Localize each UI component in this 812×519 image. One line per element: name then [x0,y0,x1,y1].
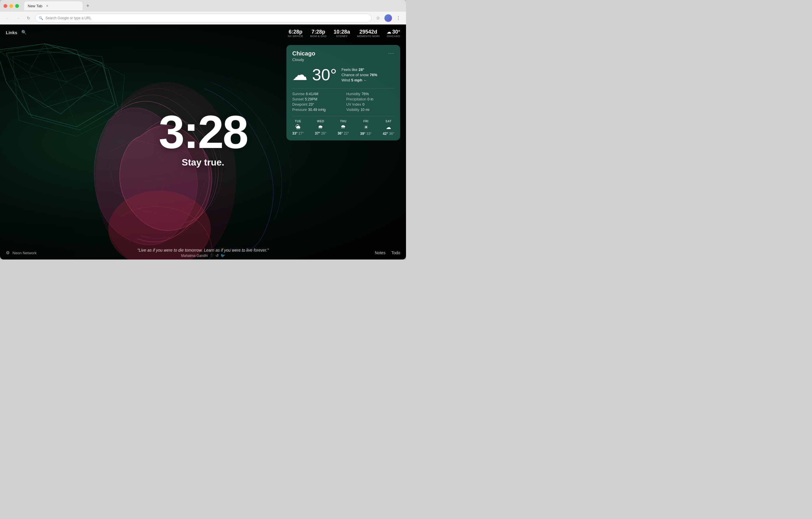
uv-item: UV Index 0 [346,103,394,107]
forecast-thu-lo: 22° [344,131,349,135]
forecast-tue-label: TUE [295,120,301,123]
sunrise-label: Sunrise [292,92,304,96]
profile-avatar[interactable] [384,14,392,22]
forecast-wed-label: WED [317,120,324,123]
weather-temperature: 30° [312,66,337,83]
clock-chicago-time: ☁ 30° [387,29,400,34]
clock-ny-label: NY OFFICE [288,35,303,38]
visibility-label: Visibility [346,108,359,112]
tab-bar: New Tab ✕ + [24,1,212,10]
forecast-wed-temps: 37° 26° [315,131,327,135]
weather-main: ☁ 30° Feels like 28° Chance of snow 76% … [292,66,394,83]
source-label: Neon Network [12,251,36,255]
minimize-button[interactable] [9,4,13,8]
forecast-wed-icon: 🌧 [318,124,323,130]
forecast-tue-lo: 27° [299,131,304,135]
address-input[interactable]: 🔍 Search Google or type a URL [35,14,372,23]
back-button[interactable]: ← [3,14,12,22]
clock-ny-office: 6:28p NY OFFICE [288,29,303,38]
clock-sydney: 10:28a SYDNEY [334,29,350,38]
forecast-thu-label: THU [340,120,347,123]
wind-value: 5 mph ← [351,78,367,82]
pressure-label: Pressure [292,108,307,112]
forecast-sat-icon: ☁ [386,124,391,131]
weather-condition: Cloudy [292,57,315,62]
forecast-fri-label: FRI [364,120,369,123]
main-time-display: 3:28 [159,111,247,153]
weather-divider-1 [292,88,394,88]
bottom-right: Notes Todo [375,250,400,255]
forecast-fri-temps: 39° 33° [360,132,372,136]
bottom-left: ⚙ Neon Network [6,250,36,255]
weather-city-info: Chicago Cloudy [292,50,315,62]
search-button[interactable]: 🔍 [21,30,27,35]
pressure-value: 30.49 inHg [308,108,325,112]
links-nav: Links 🔍 [6,30,27,35]
forward-button[interactable]: → [14,14,22,22]
tab-newtab[interactable]: New Tab ✕ [24,1,83,10]
weather-menu-button[interactable]: ··· [388,50,394,56]
main-tagline: Stay true. [159,157,247,168]
links-button[interactable]: Links [6,30,17,35]
precipitation-item: Precipitation 0 in [346,97,394,101]
quote-author-row: Mahatma Gandhi ♡ ↺ 🐦 [137,253,269,258]
clock-memento-mori: 29542d MEMENTO MORI [357,29,380,38]
dewpoint-item: Dewpoint 23° [292,103,340,107]
new-tab-button[interactable]: + [84,2,92,10]
heart-icon[interactable]: ♡ [210,253,214,258]
sunrise-item: Sunrise 6:41AM [292,92,340,96]
visibility-value: 10 mi [360,108,370,112]
quote-text: "Live as if you were to die tomorrow. Le… [137,248,269,252]
forecast-tue: TUE 🌦 33° 27° [292,120,304,136]
clock-mom-dad-time: 7:28p [312,29,325,34]
weather-city-name: Chicago [292,50,315,57]
center-clock: 3:28 Stay true. [159,111,247,168]
settings-icon[interactable]: ⚙ [6,250,10,255]
bottom-center: "Live as if you were to die tomorrow. Le… [137,248,269,258]
weather-cloud-icon: ☁ [292,66,308,83]
forecast-thu: THU 🌨 36° 22° [338,120,349,136]
share-icon[interactable]: ↺ [215,253,219,258]
newtab-content: Links 🔍 6:28p NY OFFICE 7:28p MOM & DAD … [0,25,406,260]
humidity-label: Humidity [346,92,360,96]
notes-button[interactable]: Notes [375,250,385,255]
tab-close-button[interactable]: ✕ [45,3,49,8]
clock-memento-label: MEMENTO MORI [357,35,380,38]
weather-header: Chicago Cloudy ··· [292,50,394,62]
humidity-item: Humidity 76% [346,92,394,96]
menu-button[interactable]: ⋮ [394,14,403,22]
forecast-sat-hi: 42° [383,132,388,136]
quote-actions: ♡ ↺ 🐦 [210,253,225,258]
humidity-value: 76% [362,92,369,96]
dewpoint-value: 23° [309,103,314,107]
clock-chicago-label: CHICAGO [387,35,400,38]
todo-button[interactable]: Todo [392,250,400,255]
toolbar-right: ☆ ⋮ [374,14,403,22]
clock-chicago: ☁ 30° CHICAGO [387,29,400,38]
twitter-icon[interactable]: 🐦 [221,253,225,258]
weather-feels-info: Feels like 28° Chance of snow 76% Wind 5… [342,67,377,82]
sunset-value: 5:29PM [305,97,317,101]
forecast-thu-icon: 🌨 [341,124,346,130]
clock-memento-time: 29542d [359,29,377,34]
forecast-fri-lo: 33° [366,132,372,136]
fullscreen-button[interactable] [15,4,19,8]
forecast-sat-temps: 42° 36° [383,132,394,136]
title-bar: New Tab ✕ + [0,0,406,12]
snow-chance-value: 76% [370,73,377,77]
close-button[interactable] [3,4,7,8]
clock-mom-dad-label: MOM & DAD [310,35,327,38]
forecast-thu-temps: 36° 22° [338,131,349,135]
bookmark-icon[interactable]: ☆ [374,14,382,22]
sunset-item: Sunset 5:29PM [292,97,340,101]
weather-panel: Chicago Cloudy ··· ☁ 30° Feels like 28° … [286,45,400,140]
address-bar: ← → ↻ 🔍 Search Google or type a URL ☆ ⋮ [0,12,406,25]
forecast-sat: SAT ☁ 42° 36° [383,120,394,136]
forecast-wed: WED 🌧 37° 26° [315,120,327,136]
forecast-sat-label: SAT [385,120,392,123]
forecast-wed-hi: 37° [315,131,320,135]
browser-window: New Tab ✕ + ← → ↻ 🔍 Search Google or typ… [0,0,406,260]
reload-button[interactable]: ↻ [25,14,33,22]
forecast-fri: FRI ☀ 39° 33° [360,120,372,136]
cloud-icon: ☁ [387,30,391,34]
